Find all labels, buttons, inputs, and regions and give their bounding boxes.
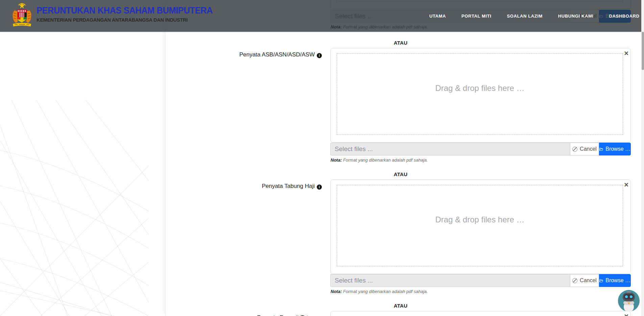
drop-zone-text: Drag & drop files here … bbox=[435, 83, 524, 93]
or-separator: ATAU bbox=[166, 171, 636, 177]
file-drop-zone[interactable]: Drag & drop files here … bbox=[337, 53, 623, 135]
field-label-deposit-tetap: Penyata Deposit Tetapi bbox=[166, 314, 322, 316]
info-icon[interactable]: i bbox=[317, 53, 322, 58]
cancel-icon bbox=[572, 278, 577, 283]
or-separator: ATAU bbox=[166, 303, 636, 309]
nav-item-portal-miti[interactable]: PORTAL MITI bbox=[461, 14, 491, 19]
malaysia-coat-of-arms-logo bbox=[11, 2, 33, 30]
folder-open-icon bbox=[599, 147, 603, 152]
nav-item-hubungi-kami[interactable]: HUBUNGI KAMI bbox=[558, 14, 594, 19]
upload-dropzone-card: Drag & drop files here … × bbox=[330, 179, 631, 274]
field-label-tabung-haji: Penyata Tabung Hajii bbox=[166, 183, 322, 190]
chatbot-button[interactable] bbox=[618, 290, 640, 312]
folder-open-icon bbox=[599, 278, 603, 283]
site-header: PERUNTUKAN KHAS SAHAM BUMIPUTERA KEMENTE… bbox=[0, 0, 644, 32]
upload-dropzone-card: × bbox=[330, 311, 631, 316]
close-icon[interactable]: × bbox=[624, 48, 628, 59]
select-files-input[interactable] bbox=[330, 143, 570, 155]
format-note: Nota: Format yang dibenarkan adalah pdf … bbox=[331, 289, 428, 294]
select-files-input[interactable] bbox=[330, 274, 570, 287]
cancel-icon bbox=[572, 147, 577, 152]
file-drop-zone[interactable]: Drag & drop files here … bbox=[337, 185, 623, 266]
scrollbar-thumb[interactable] bbox=[642, 32, 644, 70]
field-label-asb: Penyata ASB/ASN/ASD/ASWi bbox=[166, 51, 322, 58]
close-icon[interactable]: × bbox=[624, 180, 628, 190]
close-icon[interactable]: × bbox=[624, 311, 628, 316]
drop-zone-text: Drag & drop files here … bbox=[435, 215, 524, 224]
browse-button[interactable]: Browse … bbox=[599, 274, 631, 287]
site-title: PERUNTUKAN KHAS SAHAM BUMIPUTERA bbox=[37, 5, 213, 16]
nav-item-utama[interactable]: UTAMA bbox=[429, 14, 446, 19]
scrollbar-track[interactable] bbox=[641, 0, 644, 316]
site-subtitle: KEMENTERIAN PERDAGANGAN ANTARABANGSA DAN… bbox=[37, 17, 188, 23]
cancel-button[interactable]: Cancel bbox=[570, 143, 599, 155]
format-note: Nota: Format yang dibenarkan adalah pdf … bbox=[331, 157, 428, 163]
cancel-button[interactable]: Cancel bbox=[570, 274, 599, 287]
nav-item-soalan-lazim[interactable]: SOALAN LAZIM bbox=[507, 14, 542, 19]
or-separator: ATAU bbox=[166, 40, 636, 46]
browse-button[interactable]: Browse … bbox=[599, 143, 631, 155]
main-nav: UTAMA PORTAL MITI SOALAN LAZIM HUBUNGI K… bbox=[429, 0, 639, 32]
info-icon[interactable]: i bbox=[317, 185, 322, 190]
nav-item-dashboard[interactable]: DASHBOARD bbox=[609, 14, 640, 19]
upload-dropzone-card: Drag & drop files here … × bbox=[330, 48, 631, 143]
